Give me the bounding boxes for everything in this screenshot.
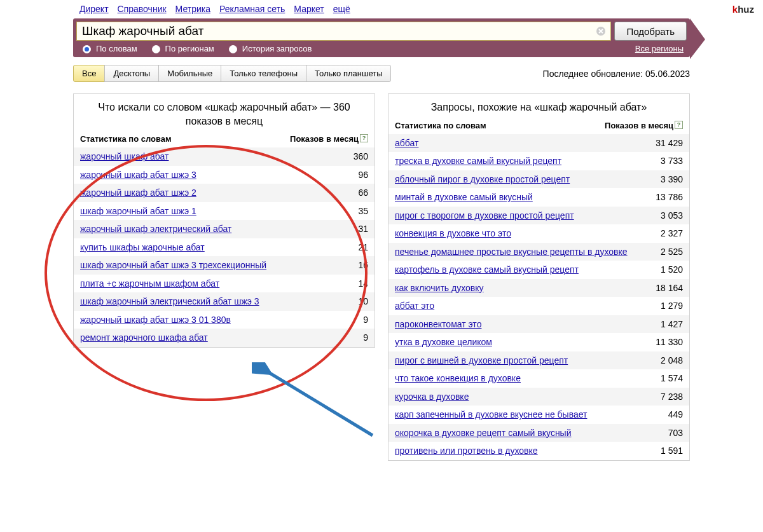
query-link[interactable]: как включить духовку xyxy=(395,283,484,293)
left-panel-title: Что искали со словом «шкаф жарочный абат… xyxy=(74,94,375,132)
query-count: 31 429 xyxy=(656,138,683,148)
table-row: жарочный шкаф абат шжэ 266 xyxy=(74,184,375,202)
table-row: минтай в духовке самый вкусный13 786 xyxy=(388,188,689,207)
device-tab[interactable]: Все xyxy=(73,65,105,82)
filter-radio[interactable]: По регионам xyxy=(149,43,214,53)
query-link[interactable]: шкаф жарочный абат шжэ 1 xyxy=(80,206,196,216)
query-count: 1 520 xyxy=(661,264,683,275)
query-count: 1 279 xyxy=(661,301,683,311)
query-count: 18 164 xyxy=(656,283,683,293)
query-count: 1 427 xyxy=(661,319,683,329)
query-link[interactable]: аббат это xyxy=(395,301,434,311)
query-link[interactable]: окорочка в духовке рецепт самый вкусный xyxy=(395,428,572,438)
table-row: пароконвектомат это1 427 xyxy=(388,315,689,334)
top-nav-link[interactable]: Рекламная сеть xyxy=(219,4,285,14)
query-link[interactable]: ремонт жарочного шкафа абат xyxy=(80,332,208,343)
query-count: 703 xyxy=(668,428,683,438)
query-count: 2 327 xyxy=(661,228,683,238)
top-nav-link[interactable]: ещё xyxy=(333,4,350,14)
table-row: яблочный пирог в духовке простой рецепт3… xyxy=(388,170,689,189)
query-link[interactable]: печенье домашнее простые вкусные рецепты… xyxy=(395,247,628,257)
left-panel: Что искали со словом «шкаф жарочный абат… xyxy=(73,93,375,348)
query-link[interactable]: жарочный шкаф абат шжэ 2 xyxy=(80,188,196,198)
query-link[interactable]: шкаф жарочный абат шжэ 3 трехсекционный xyxy=(80,260,266,270)
query-link[interactable]: жарочный шкаф абат xyxy=(80,151,168,161)
submit-button[interactable]: Подобрать xyxy=(614,22,687,41)
filter-radio[interactable]: По словам xyxy=(79,43,137,53)
top-nav-link[interactable]: Маркет xyxy=(294,4,324,14)
filter-radio-label: История запросов xyxy=(242,44,312,53)
table-row: аббат это1 279 xyxy=(388,297,689,315)
clear-icon[interactable] xyxy=(596,26,606,36)
table-row: пирог с вишней в духовке простой рецепт2… xyxy=(388,351,689,370)
top-nav: ДиректСправочникМетрикаРекламная сетьМар… xyxy=(0,0,763,17)
table-row: жарочный шкаф абат шжэ 396 xyxy=(74,166,375,184)
query-link[interactable]: аббат xyxy=(395,138,418,148)
head-right: Показов в месяц? xyxy=(605,121,683,130)
query-count: 21 xyxy=(358,242,368,252)
search-input[interactable] xyxy=(76,22,611,41)
top-nav-link[interactable]: Справочник xyxy=(118,4,167,14)
brand-rest: huz xyxy=(738,4,754,15)
query-link[interactable]: пирог с вишней в духовке простой рецепт xyxy=(395,355,568,365)
device-tab[interactable]: Мобильные xyxy=(158,65,221,82)
query-link[interactable]: противень или протвень в духовке xyxy=(395,446,538,456)
table-row: как включить духовку18 164 xyxy=(388,279,689,297)
query-count: 35 xyxy=(358,206,368,216)
query-link[interactable]: конвекция в духовке что это xyxy=(395,228,511,238)
query-count: 449 xyxy=(668,409,683,419)
query-count: 3 390 xyxy=(661,174,683,184)
query-count: 66 xyxy=(358,188,368,198)
query-link[interactable]: картофель в духовке самый вкусный рецепт xyxy=(395,264,579,275)
table-row: противень или протвень в духовке1 591 xyxy=(388,442,689,460)
filter-row: По словамПо регионамИстория запросов Все… xyxy=(73,41,690,57)
top-nav-link[interactable]: Директ xyxy=(79,4,109,14)
device-tab[interactable]: Десктопы xyxy=(104,65,159,82)
query-count: 3 733 xyxy=(661,156,683,166)
filter-radio-input[interactable] xyxy=(83,45,91,53)
query-link[interactable]: курочка в духовке xyxy=(395,392,469,402)
brand-logo: khuz xyxy=(732,4,754,15)
filter-radio-input[interactable] xyxy=(152,45,160,53)
help-icon[interactable]: ? xyxy=(360,134,368,142)
query-link[interactable]: карп запеченный в духовке вкуснее не быв… xyxy=(395,409,587,419)
updated-label: Последнее обновление: 05.06.2023 xyxy=(543,69,690,79)
query-count: 9 xyxy=(363,332,368,343)
query-link[interactable]: утка в духовке целиком xyxy=(395,337,492,347)
search-bar-wrap: Подобрать По словамПо регионамИстория за… xyxy=(73,18,690,57)
device-tab[interactable]: Только телефоны xyxy=(221,65,306,82)
query-link[interactable]: пирог с творогом в духовке простой рецеп… xyxy=(395,210,574,221)
query-count: 360 xyxy=(354,151,368,161)
query-count: 11 330 xyxy=(656,337,683,347)
right-panel-rows: аббат31 429треска в духовке самый вкусны… xyxy=(388,134,689,460)
filter-radio[interactable]: История запросов xyxy=(226,43,312,53)
device-tabs: ВсеДесктопыМобильныеТолько телефоныТольк… xyxy=(73,65,391,82)
help-icon[interactable]: ? xyxy=(675,121,683,129)
query-link[interactable]: плита +с жарочным шкафом абат xyxy=(80,278,219,289)
query-count: 2 525 xyxy=(661,247,683,257)
query-link[interactable]: что такое конвекция в духовке xyxy=(395,373,521,383)
query-link[interactable]: минтай в духовке самый вкусный xyxy=(395,192,533,202)
query-count: 7 238 xyxy=(661,392,683,402)
table-row: шкаф жарочный абат шжэ 135 xyxy=(74,202,375,221)
query-link[interactable]: треска в духовке самый вкусный рецепт xyxy=(395,156,561,166)
right-panel-title: Запросы, похожие на «шкаф жарочный абат» xyxy=(388,94,689,118)
query-link[interactable]: шкаф жарочный электрический абат шжэ 3 xyxy=(80,296,259,306)
query-link[interactable]: жарочный шкаф абат шжэ 3 xyxy=(80,170,196,180)
query-link[interactable]: пароконвектомат это xyxy=(395,319,481,329)
query-count: 2 048 xyxy=(661,355,683,365)
head-right: Показов в месяц? xyxy=(290,134,368,144)
query-link[interactable]: купить шкафы жарочные абат xyxy=(80,242,205,252)
query-link[interactable]: жарочный шкаф электрический абат xyxy=(80,224,231,234)
top-nav-link[interactable]: Метрика xyxy=(175,4,210,14)
query-link[interactable]: жарочный шкаф абат шжэ 3 01 380в xyxy=(80,315,231,325)
table-row: пирог с творогом в духовке простой рецеп… xyxy=(388,207,689,225)
filter-radio-input[interactable] xyxy=(229,45,237,53)
query-count: 3 053 xyxy=(661,210,683,221)
table-row: карп запеченный в духовке вкуснее не быв… xyxy=(388,406,689,424)
region-link[interactable]: Все регионы xyxy=(635,44,684,53)
device-tab[interactable]: Только планшеты xyxy=(306,65,391,82)
left-panel-head: Статистика по словам Показов в месяц? xyxy=(74,132,375,147)
table-row: шкаф жарочный электрический абат шжэ 310 xyxy=(74,292,375,311)
query-link[interactable]: яблочный пирог в духовке простой рецепт xyxy=(395,174,570,184)
